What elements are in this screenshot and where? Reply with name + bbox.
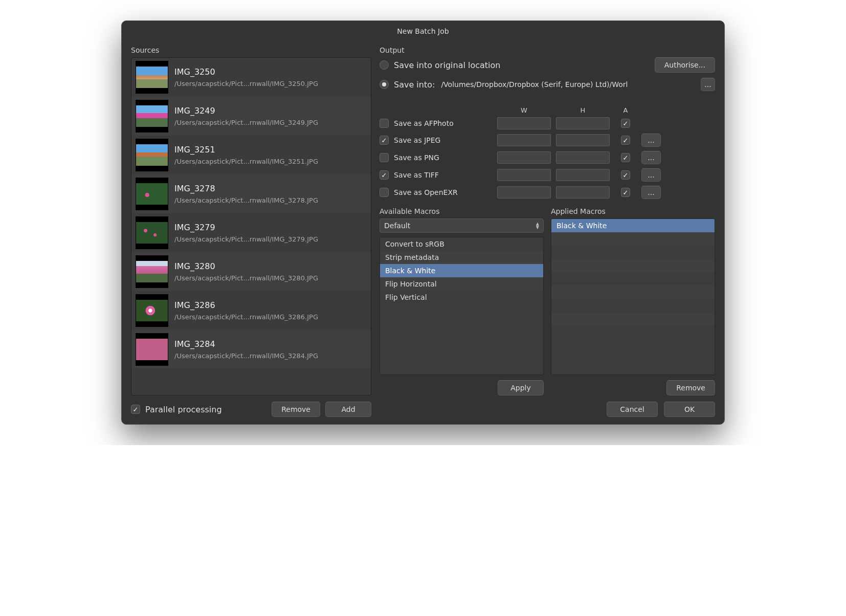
thumbnail	[136, 255, 168, 288]
format-label: Save as PNG	[394, 153, 439, 162]
stepper-icon: ▲▼	[536, 222, 539, 229]
format-label: Save as TIFF	[394, 171, 439, 179]
width-input[interactable]	[497, 117, 551, 129]
height-input[interactable]	[556, 186, 610, 199]
save-into-radio[interactable]	[380, 80, 389, 89]
source-row[interactable]: IMG_3251 /Users/acapstick/Pict...rnwall/…	[131, 136, 371, 174]
macro-item[interactable]: Black & White	[380, 264, 543, 277]
macros-block: Available Macros Default ▲▼ Convert to s…	[380, 207, 715, 395]
format-options-button[interactable]: ...	[641, 151, 661, 164]
format-label: Save as AFPhoto	[394, 119, 454, 127]
applied-macros-list[interactable]: Black & White	[551, 218, 715, 375]
width-input[interactable]	[497, 186, 551, 199]
formats-block: W H A Save as AFPhoto Save as JPEG ...Sa…	[380, 106, 715, 203]
sources-panel: Sources IMG_3250 /Users/acapstick/Pict..…	[131, 46, 371, 417]
aspect-checkbox[interactable]	[621, 119, 630, 128]
authorise-button[interactable]: Authorise...	[655, 57, 715, 73]
thumbnail	[136, 216, 168, 249]
height-input[interactable]	[556, 117, 610, 129]
macro-item[interactable]: Black & White	[551, 219, 715, 232]
col-h-label: H	[556, 106, 610, 114]
sources-label: Sources	[131, 46, 371, 54]
available-macros-label: Available Macros	[380, 207, 544, 215]
source-path: /Users/acapstick/Pict...rnwall/IMG_3284.…	[174, 352, 318, 360]
col-a-label: A	[615, 106, 636, 114]
width-input[interactable]	[497, 134, 551, 146]
source-path: /Users/acapstick/Pict...rnwall/IMG_3286.…	[174, 313, 318, 321]
format-checkbox[interactable]	[380, 188, 389, 197]
source-name: IMG_3251	[174, 145, 318, 155]
macro-item[interactable]: Flip Horizontal	[380, 277, 543, 291]
macro-item[interactable]: Strip metadata	[380, 251, 543, 264]
macro-item[interactable]: Convert to sRGB	[380, 237, 543, 251]
save-original-radio[interactable]	[380, 60, 389, 70]
height-input[interactable]	[556, 169, 610, 181]
save-into-path: /Volumes/Dropbox/Dropbox (Serif, Europe)…	[440, 78, 696, 91]
source-row[interactable]: IMG_3279 /Users/acapstick/Pict...rnwall/…	[131, 213, 371, 252]
available-macros-list[interactable]: Convert to sRGBStrip metadataBlack & Whi…	[380, 237, 544, 375]
apply-macro-button[interactable]: Apply	[498, 380, 544, 395]
aspect-checkbox[interactable]	[621, 136, 630, 145]
applied-macros-col: Applied Macros Black & White Remove	[551, 207, 715, 395]
source-name: IMG_3284	[174, 339, 318, 349]
format-options-button[interactable]: ...	[641, 134, 661, 147]
sources-add-button[interactable]: Add	[325, 402, 371, 417]
source-row[interactable]: IMG_3250 /Users/acapstick/Pict...rnwall/…	[131, 58, 371, 97]
aspect-checkbox[interactable]	[621, 188, 630, 197]
format-options-button[interactable]: ...	[641, 186, 661, 199]
thumbnail	[136, 139, 168, 171]
format-label: Save as JPEG	[394, 136, 440, 144]
source-name: IMG_3286	[174, 300, 318, 310]
format-checkbox[interactable]	[380, 153, 389, 162]
col-w-label: W	[497, 106, 551, 114]
available-macros-col: Available Macros Default ▲▼ Convert to s…	[380, 207, 544, 395]
save-into-label: Save into:	[394, 80, 435, 90]
thumbnail	[136, 178, 168, 210]
format-label: Save as OpenEXR	[394, 188, 458, 196]
format-checkbox[interactable]	[380, 136, 389, 145]
source-name: IMG_3250	[174, 67, 318, 77]
thumbnail	[136, 294, 168, 327]
save-original-label: Save into original location	[394, 60, 500, 70]
dialog-content: Sources IMG_3250 /Users/acapstick/Pict..…	[122, 41, 724, 424]
source-path: /Users/acapstick/Pict...rnwall/IMG_3251.…	[174, 158, 318, 165]
source-path: /Users/acapstick/Pict...rnwall/IMG_3249.…	[174, 119, 318, 126]
macro-category-value: Default	[384, 222, 410, 230]
macro-category-select[interactable]: Default ▲▼	[380, 218, 544, 233]
thumbnail	[136, 333, 168, 366]
macro-item[interactable]: Flip Vertical	[380, 291, 543, 304]
aspect-checkbox[interactable]	[621, 170, 630, 180]
window-title: New Batch Job	[122, 21, 724, 41]
format-checkbox[interactable]	[380, 119, 389, 128]
source-row[interactable]: IMG_3286 /Users/acapstick/Pict...rnwall/…	[131, 291, 371, 330]
sources-list[interactable]: IMG_3250 /Users/acapstick/Pict...rnwall/…	[131, 57, 371, 395]
applied-macros-label: Applied Macros	[551, 207, 715, 215]
browse-button[interactable]: ...	[701, 78, 715, 91]
cancel-button[interactable]: Cancel	[607, 402, 658, 417]
height-input[interactable]	[556, 151, 610, 164]
thumbnail	[136, 100, 168, 133]
width-input[interactable]	[497, 151, 551, 164]
ok-button[interactable]: OK	[664, 402, 715, 417]
format-checkbox[interactable]	[380, 170, 389, 180]
source-name: IMG_3279	[174, 223, 318, 232]
output-panel: Output Save into original location Autho…	[380, 46, 715, 417]
width-input[interactable]	[497, 169, 551, 181]
source-path: /Users/acapstick/Pict...rnwall/IMG_3278.…	[174, 196, 318, 204]
aspect-checkbox[interactable]	[621, 153, 630, 162]
parallel-checkbox[interactable]	[131, 405, 140, 414]
format-row: Save as TIFF ...	[380, 168, 715, 182]
source-name: IMG_3249	[174, 106, 318, 116]
format-row: Save as AFPhoto	[380, 117, 715, 129]
format-options-button[interactable]: ...	[641, 168, 661, 182]
source-name: IMG_3280	[174, 261, 318, 271]
source-row[interactable]: IMG_3284 /Users/acapstick/Pict...rnwall/…	[131, 330, 371, 369]
parallel-label: Parallel processing	[145, 405, 222, 414]
remove-macro-button[interactable]: Remove	[666, 380, 715, 395]
source-row[interactable]: IMG_3280 /Users/acapstick/Pict...rnwall/…	[131, 252, 371, 291]
thumbnail	[136, 61, 168, 94]
sources-remove-button[interactable]: Remove	[272, 402, 320, 417]
source-row[interactable]: IMG_3249 /Users/acapstick/Pict...rnwall/…	[131, 97, 371, 136]
source-row[interactable]: IMG_3278 /Users/acapstick/Pict...rnwall/…	[131, 174, 371, 213]
height-input[interactable]	[556, 134, 610, 146]
